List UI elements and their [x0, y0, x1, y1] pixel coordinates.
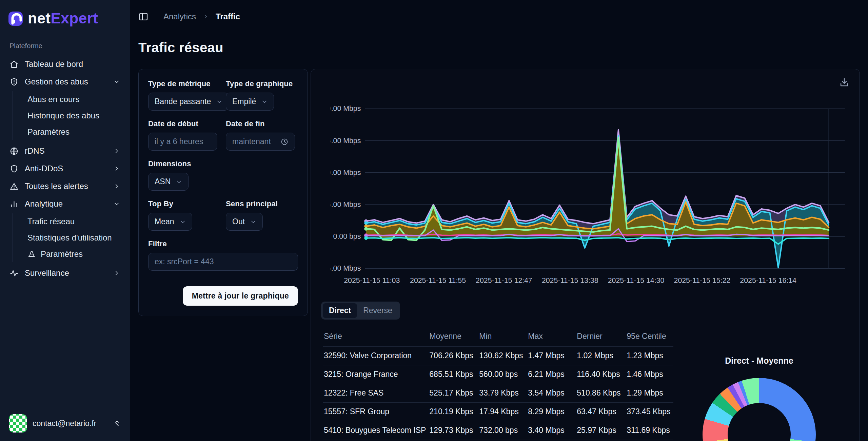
- brand-logo[interactable]: netExpert: [0, 7, 130, 29]
- stat-value-cell: 685.51 Kbps: [429, 365, 478, 384]
- tab-reverse[interactable]: Reverse: [357, 303, 398, 318]
- chart-type-select[interactable]: Empilé: [226, 93, 274, 111]
- metric-type-select[interactable]: Bande passante: [148, 93, 229, 111]
- chevron-right-icon: [113, 165, 120, 172]
- stat-value-cell: 1.47 Mbps: [527, 346, 576, 365]
- sidebar-item-label: Surveillance: [25, 268, 69, 278]
- series-name-cell: 15557: SFR Group: [323, 402, 429, 421]
- sidebar-item-analytique[interactable]: Analytique: [4, 195, 126, 213]
- stat-value-cell: 17.94 Kbps: [478, 402, 527, 421]
- stat-value-cell: 129.73 Kbps: [429, 421, 478, 440]
- sidebar-subgroup-gestion-des-abus: Abus en coursHistorique des abusParamètr…: [13, 91, 126, 140]
- dimensions-select[interactable]: ASN: [148, 173, 189, 191]
- table-row[interactable]: 12322: Free SAS525.17 Kbps33.79 Kbps3.54…: [323, 384, 673, 402]
- sidebar-toggle-icon[interactable]: [138, 12, 149, 22]
- sidebar-subitem-abus-en-cours[interactable]: Abus en cours: [24, 91, 126, 108]
- brand-name: netExpert: [28, 10, 98, 27]
- column-header-moyenne: Moyenne: [429, 328, 478, 347]
- stat-value-cell: 130.62 Kbps: [478, 346, 527, 365]
- sidebar-subitem-parametres[interactable]: Paramètres: [24, 124, 126, 140]
- chevron-down-icon: [113, 78, 120, 85]
- y-axis-tick-label: 5.00 Mbps: [331, 200, 361, 209]
- stat-value-cell: 1.02 Mbps: [576, 346, 626, 365]
- x-axis-tick-label: 2025-11-15 13:38: [542, 276, 598, 285]
- chevron-down-icon: [250, 218, 257, 226]
- avatar: [9, 414, 27, 433]
- sidebar-subitem-statistiques-d-utilisation[interactable]: Statistiques d'utilisation: [24, 230, 126, 246]
- sidebar-subitem-trafic-reseau[interactable]: Trafic réseau: [24, 213, 126, 230]
- donut-chart[interactable]: [703, 378, 816, 441]
- update-chart-button[interactable]: Mettre à jour le graphique: [183, 286, 298, 306]
- start-date-field: [148, 133, 217, 151]
- breadcrumb-traffic: Traffic: [216, 12, 240, 21]
- series-name-cell: 12322: Free SAS: [323, 384, 429, 402]
- table-row[interactable]: 15557: SFR Group210.19 Kbps17.94 Kbps8.2…: [323, 402, 673, 421]
- chevron-down-icon: [261, 98, 268, 106]
- stat-value-cell: 1.29 Mbps: [626, 384, 673, 402]
- sidebar-item-gestion-des-abus[interactable]: Gestion des abus: [4, 73, 126, 91]
- y-axis-tick-label: -5.00 Mbps: [331, 264, 361, 272]
- top-by-select[interactable]: Mean: [148, 213, 192, 231]
- sidebar-item-surveillance[interactable]: Surveillance: [4, 264, 126, 282]
- table-row[interactable]: 32590: Valve Corporation706.26 Kbps130.6…: [323, 346, 673, 365]
- dimensions-value: ASN: [155, 177, 171, 186]
- sidebar-item-rdns[interactable]: rDNS: [4, 142, 126, 160]
- stat-value-cell: 23.00 Kbps: [576, 440, 626, 441]
- metric-type-value: Bande passante: [155, 97, 211, 106]
- main-content: Analytics Traffic Trafic réseau Type de …: [130, 0, 868, 441]
- start-date-input[interactable]: [155, 137, 211, 146]
- stat-value-cell: 311.69 Kbps: [626, 421, 673, 440]
- user-menu[interactable]: contact@netario.fr: [5, 411, 125, 436]
- stat-value-cell: 63.47 Kbps: [576, 402, 626, 421]
- table-row[interactable]: 5410: Bouygues Telecom ISP129.73 Kbps732…: [323, 421, 673, 440]
- series-name-cell: 5410: Bouygues Telecom ISP: [323, 421, 429, 440]
- y-axis-tick-label: 10.00 Mbps: [331, 169, 361, 177]
- filter-field: [148, 253, 298, 271]
- sidebar-item-tableau-de-bord[interactable]: Tableau de bord: [4, 55, 126, 73]
- stat-value-cell: 3.54 Mbps: [527, 384, 576, 402]
- stat-value-cell: 3.40 Mbps: [527, 421, 576, 440]
- stat-value-cell: 510.86 Kbps: [576, 384, 626, 402]
- breadcrumb-separator-icon: [203, 14, 209, 20]
- traffic-chart-svg: 20.00 Mbps15.00 Mbps10.00 Mbps5.00 Mbps0…: [331, 100, 847, 287]
- breadcrumb-analytics[interactable]: Analytics: [163, 12, 196, 21]
- metric-type-label: Type de métrique: [148, 79, 226, 88]
- sidebar-nav: Tableau de bordGestion des abusAbus en c…: [0, 53, 130, 284]
- area-fill-serie-cyan: [366, 136, 829, 268]
- stat-value-cell: 8.29 Mbps: [527, 402, 576, 421]
- sidebar-subitem-label: Historique des abus: [27, 111, 99, 120]
- sidebar-item-anti-ddos[interactable]: Anti-DDoS: [4, 160, 126, 177]
- table-row[interactable]: 24634: Transmog Inc S.A.L84.06 Kbps2.70 …: [323, 440, 673, 441]
- x-axis-tick-label: 2025-11-15 11:03: [344, 276, 400, 285]
- stat-value-cell: 1.46 Mbps: [626, 365, 673, 384]
- sidebar-subitem-parametres[interactable]: Paramètres: [24, 246, 126, 262]
- download-icon[interactable]: [839, 77, 850, 88]
- end-date-input[interactable]: [232, 137, 278, 146]
- breadcrumb: Analytics Traffic: [163, 12, 240, 21]
- x-axis-tick-label: 2025-11-15 14:30: [608, 276, 665, 285]
- donut-chart-block: Direct - Moyenne: [681, 356, 837, 441]
- sidebar-section-label: Plateforme: [0, 29, 130, 53]
- sidebar-item-toutes-les-alertes[interactable]: Toutes les alertes: [4, 177, 126, 195]
- chevron-right-icon: [113, 183, 120, 190]
- top-by-label: Top By: [148, 199, 226, 208]
- bar-chart-icon: [9, 199, 19, 209]
- sidebar-item-label: Analytique: [25, 199, 63, 209]
- direction-select[interactable]: Out: [226, 213, 263, 231]
- y-axis-tick-label: 20.00 Mbps: [331, 104, 361, 113]
- chevron-down-icon: [175, 178, 183, 186]
- sidebar-item-label: rDNS: [25, 146, 45, 156]
- filter-input[interactable]: [155, 257, 292, 266]
- column-header-dernier: Dernier: [576, 328, 626, 347]
- chevron-right-icon: [113, 269, 120, 277]
- table-row[interactable]: 3215: Orange France685.51 Kbps560.00 bps…: [323, 365, 673, 384]
- stat-value-cell: 525.17 Kbps: [429, 384, 478, 402]
- column-header-serie: Série: [323, 328, 429, 347]
- brand-icon: [8, 10, 24, 26]
- chevron-down-icon: [216, 98, 223, 106]
- sidebar-subitem-historique-des-abus[interactable]: Historique des abus: [24, 108, 126, 124]
- sidebar-item-label: Toutes les alertes: [25, 181, 88, 191]
- chevron-right-icon: [113, 147, 120, 155]
- clock-icon[interactable]: [280, 138, 289, 146]
- tab-direct[interactable]: Direct: [323, 303, 357, 318]
